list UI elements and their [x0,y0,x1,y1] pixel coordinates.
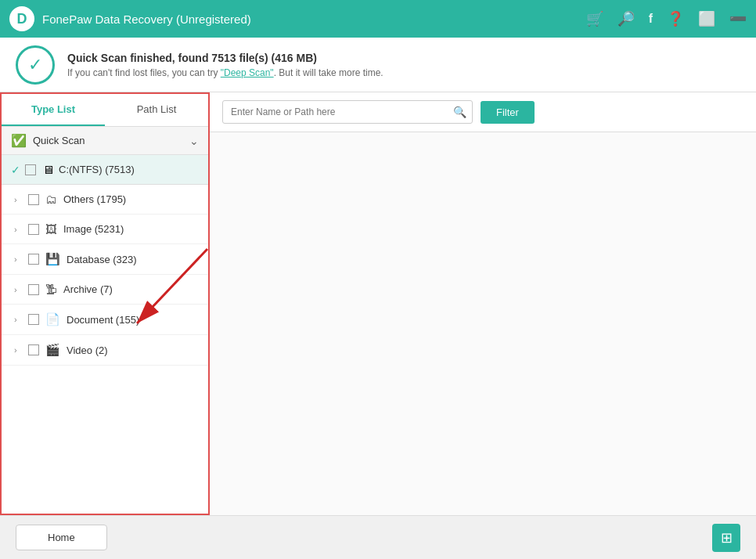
expand-arrow: › [14,195,22,204]
type-label: Document (155) [67,314,139,326]
minimize-icon[interactable]: ➖ [729,10,747,27]
type-icon: 🗂 [45,193,57,206]
type-checkbox[interactable] [28,344,39,355]
main-area: Type List Path List ✅ Quick Scan ⌄ ✓ 🖥 C… [0,92,756,515]
right-panel: 🔍 Filter [210,92,756,515]
search-input-wrap: 🔍 [222,100,473,124]
file-type-item[interactable]: › 🗂 Others (1795) [2,185,208,215]
type-icon: 📄 [45,312,60,326]
file-type-item[interactable]: › 🎬 Video (2) [2,335,208,366]
type-icon: 🗜 [45,283,57,296]
expand-arrow: › [14,285,22,294]
hint-text: If you can't find lost files, you can tr… [67,67,383,78]
file-type-list: › 🗂 Others (1795) › 🖼 Image (5231) › 💾 D… [2,185,208,366]
search-bar: 🔍 Filter [210,92,756,132]
file-type-item[interactable]: › 🗜 Archive (7) [2,275,208,305]
drive-label: C:(NTFS) (7513) [59,164,135,175]
home-button[interactable]: Home [16,525,107,550]
tab-path-list[interactable]: Path List [105,94,208,126]
type-checkbox[interactable] [28,284,39,295]
left-panel: Type List Path List ✅ Quick Scan ⌄ ✓ 🖥 C… [0,92,210,515]
type-checkbox[interactable] [28,224,39,235]
file-type-item[interactable]: › 🖼 Image (5231) [2,215,208,244]
grid-icon: ⊞ [721,529,733,546]
type-checkbox[interactable] [28,314,39,325]
title-icons: 🛒 🔎 f ❓ ⬜ ➖ [586,10,747,27]
expand-arrow: › [14,315,22,324]
search-input[interactable] [222,100,473,124]
app-title: FonePaw Data Recovery (Unregistered) [42,13,586,26]
type-icon: 🎬 [45,343,60,357]
filter-button[interactable]: Filter [481,101,535,124]
window-icon[interactable]: ⬜ [698,10,715,27]
type-label: Image (5231) [63,223,124,235]
type-label: Archive (7) [63,283,113,295]
quick-scan-header[interactable]: ✅ Quick Scan ⌄ [2,127,208,155]
file-type-item[interactable]: › 💾 Database (323) [2,244,208,275]
type-icon: 🖼 [45,222,57,236]
type-label: Video (2) [67,344,108,356]
check-circle: ✓ [16,45,55,85]
type-label: Others (1795) [63,193,126,205]
drive-icon: 🖥 [42,163,54,176]
app-logo-letter: D [17,11,27,27]
file-type-item[interactable]: › 📄 Document (155) [2,305,208,335]
checkmark-icon: ✓ [28,55,42,75]
type-checkbox[interactable] [28,194,39,205]
expand-arrow: › [14,254,22,264]
tab-type-list[interactable]: Type List [2,94,105,126]
tabs: Type List Path List [2,94,208,127]
help-icon[interactable]: ❓ [667,10,684,27]
type-checkbox[interactable] [28,254,39,265]
chevron-down-icon: ⌄ [189,135,199,147]
status-bar: ✓ Quick Scan finished, found 7513 file(s… [0,38,756,92]
drive-check-icon: ✓ [11,164,20,176]
search-magnifier-icon: 🔍 [453,106,466,118]
bottom-right-icon[interactable]: ⊞ [712,524,740,552]
bottom-bar: Home ⊞ [0,515,756,559]
deep-scan-link[interactable]: "Deep Scan" [221,67,274,78]
drive-item[interactable]: ✓ 🖥 C:(NTFS) (7513) [2,155,208,185]
drive-checkbox[interactable] [25,164,36,175]
expand-arrow: › [14,345,22,355]
app-logo: D [9,6,34,31]
cart-icon[interactable]: 🛒 [586,10,603,27]
facebook-icon[interactable]: f [649,12,653,26]
scan-summary: Quick Scan finished, found 7513 file(s) … [67,52,383,64]
expand-arrow: › [14,225,22,234]
type-icon: 💾 [45,252,60,266]
titlebar: D FonePaw Data Recovery (Unregistered) 🛒… [0,0,756,38]
type-label: Database (323) [67,254,137,265]
scan-check-icon: ✅ [11,133,27,148]
status-text: Quick Scan finished, found 7513 file(s) … [67,52,383,78]
search-icon[interactable]: 🔎 [617,10,635,27]
scan-label: Quick Scan [33,135,189,146]
